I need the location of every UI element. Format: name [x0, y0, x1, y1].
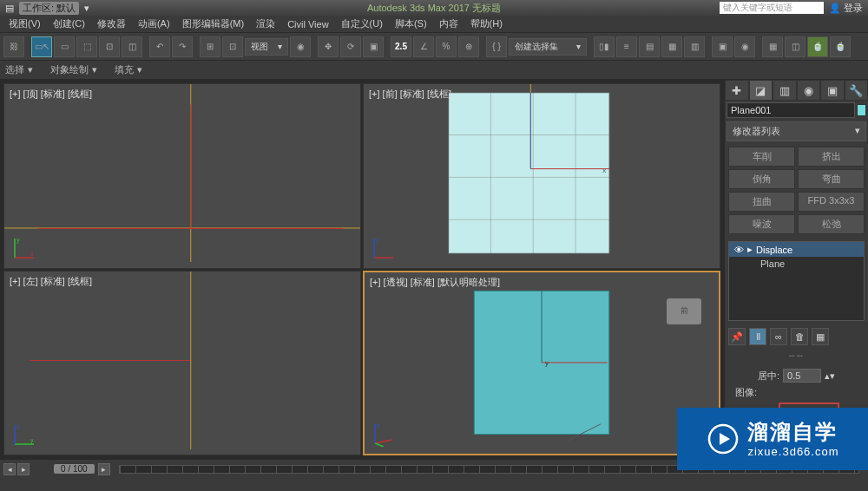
named-sel-icon[interactable]: { }	[486, 36, 507, 57]
menu-modifier[interactable]: 修改器	[97, 17, 126, 30]
mirror-icon[interactable]: ▯▮	[594, 36, 615, 57]
mod-chamfer[interactable]: 倒角	[728, 169, 795, 189]
menu-script[interactable]: 脚本(S)	[395, 17, 427, 30]
window-crossing-icon[interactable]: ⊡	[99, 36, 120, 57]
menu-content[interactable]: 内容	[439, 17, 458, 30]
workspace-dropdown[interactable]: 工作区: 默认	[19, 2, 79, 15]
viewport-perspective[interactable]: [+] [透视] [标准] [默认明暗处理] y 前 z	[363, 271, 720, 456]
coord-icon[interactable]: ◉	[290, 36, 311, 57]
menu-render[interactable]: 渲染	[256, 17, 275, 30]
viewport-top-label[interactable]: [+] [顶] [标准] [线框]	[10, 88, 92, 101]
mod-ffd[interactable]: FFD 3x3x3	[798, 192, 865, 212]
eye-icon[interactable]: 👁	[734, 245, 744, 255]
layers-icon[interactable]: ▤	[639, 36, 660, 57]
link-icon[interactable]: ⛓	[3, 36, 24, 57]
app-title: Autodesk 3ds Max 2017 无标题	[367, 2, 501, 15]
viewport-left-label[interactable]: [+] [左] [标准] [线框]	[10, 275, 92, 288]
schematic-icon[interactable]: ▣	[712, 36, 733, 57]
track-prev-icon[interactable]: ◂	[3, 463, 16, 475]
render-icon[interactable]: 🍵	[807, 36, 828, 57]
login-label[interactable]: 👤 登录	[829, 2, 863, 15]
select-name-icon[interactable]: ▭	[54, 36, 75, 57]
ribbon-select[interactable]: 选择 ▾	[5, 63, 33, 76]
mod-twist[interactable]: 扭曲	[728, 192, 795, 212]
tab-display[interactable]: ▣	[820, 80, 845, 101]
command-panel: ✚ ◪ ▥ ◉ ▣ 🔧 修改器列表▾ 车削 挤出 倒角 弯曲 扭曲 FFD 3x…	[724, 80, 868, 459]
lasso-icon[interactable]: ◫	[122, 36, 142, 57]
redo-icon[interactable]: ↷	[172, 36, 193, 57]
menu-animation[interactable]: 动画(A)	[138, 17, 170, 30]
curve-icon[interactable]: ▥	[684, 36, 705, 57]
freeze2-icon[interactable]: ⊡	[222, 36, 243, 57]
view-type-dropdown[interactable]: 视图▾	[245, 38, 288, 56]
center-spinner[interactable]: 0.5	[783, 369, 821, 383]
render-prod-icon[interactable]: 🍵	[830, 36, 851, 57]
move-icon[interactable]: ✥	[318, 36, 339, 57]
tab-utilities[interactable]: 🔧	[845, 80, 869, 101]
make-unique-icon[interactable]: ∞	[770, 328, 787, 345]
mod-relax[interactable]: 松弛	[798, 214, 865, 234]
select-icon[interactable]: ▭↖	[31, 36, 52, 57]
render-frame-icon[interactable]: ◫	[785, 36, 806, 57]
rect-select-icon[interactable]: ⬚	[76, 36, 97, 57]
svg-line-36	[375, 443, 384, 447]
pin-stack-icon[interactable]: 📌	[728, 328, 746, 345]
mod-extrude[interactable]: 挤出	[798, 147, 865, 167]
track-next-icon[interactable]: ▸	[17, 463, 30, 475]
play-logo-icon	[706, 422, 740, 456]
align-icon[interactable]: ≡	[616, 36, 637, 57]
modifier-list-dropdown[interactable]: 修改器列表▾	[727, 121, 866, 141]
snap-e-icon[interactable]: ⊕	[458, 36, 479, 57]
material-icon[interactable]: ◉	[734, 36, 755, 57]
center-label: 居中:	[758, 370, 779, 383]
snap-s-icon[interactable]: 2.5	[391, 36, 411, 57]
viewport-top[interactable]: [+] [顶] [标准] [线框] x y	[3, 83, 361, 269]
search-input[interactable]: 键入关键字或短语	[720, 2, 824, 14]
tab-create[interactable]: ✚	[725, 80, 749, 101]
stack-item-plane[interactable]: Plane	[729, 257, 864, 271]
modifier-stack[interactable]: 👁 ▸ Displace Plane	[728, 241, 865, 321]
rollout-grip[interactable]: ┄┄	[725, 349, 868, 363]
viewport-front[interactable]: [+] [前] [标准] [线框] z x z	[363, 83, 720, 269]
ribbon-objpaint[interactable]: 对象绘制 ▾	[50, 63, 97, 76]
mod-noise[interactable]: 噪波	[728, 214, 795, 234]
menu-create[interactable]: 创建(C)	[53, 17, 85, 30]
menu-civil[interactable]: Civil View	[287, 19, 328, 29]
time-slider[interactable]: 0 / 100	[54, 464, 95, 474]
undo-icon[interactable]: ↶	[149, 36, 170, 57]
tab-modify[interactable]: ◪	[749, 80, 773, 101]
mod-lathe[interactable]: 车削	[728, 147, 795, 167]
viewcube[interactable]: 前	[667, 298, 701, 324]
track-next2-icon[interactable]: ▸	[98, 463, 110, 475]
ribbon-fill[interactable]: 填充 ▾	[115, 63, 142, 76]
snap-p-icon[interactable]: %	[436, 36, 457, 57]
tab-motion[interactable]: ◉	[797, 80, 821, 101]
svg-text:z: z	[376, 237, 379, 243]
scale-icon[interactable]: ▣	[363, 36, 384, 57]
render-setup-icon[interactable]: ▦	[762, 36, 783, 57]
menu-help[interactable]: 帮助(H)	[470, 17, 503, 30]
menu-bar: 视图(V) 创建(C) 修改器 动画(A) 图形编辑器(M) 渲染 Civil …	[0, 16, 868, 33]
freeze-icon[interactable]: ⊞	[200, 36, 220, 57]
show-end-result-icon[interactable]: Ⅱ	[749, 328, 766, 345]
mod-bend[interactable]: 弯曲	[798, 169, 865, 189]
app-menu-icon[interactable]: ▤	[5, 3, 14, 14]
configure-sets-icon[interactable]: ▦	[812, 328, 829, 345]
rotate-icon[interactable]: ⟳	[340, 36, 361, 57]
menu-graph[interactable]: 图形编辑器(M)	[182, 17, 245, 30]
remove-mod-icon[interactable]: 🗑	[791, 328, 808, 345]
selection-set-dropdown[interactable]: 创建选择集▾	[509, 38, 587, 56]
snap-a-icon[interactable]: ∠	[413, 36, 434, 57]
viewport-front-label[interactable]: [+] [前] [标准] [线框]	[369, 88, 451, 101]
menu-customize[interactable]: 自定义(U)	[341, 17, 383, 30]
object-name-input[interactable]	[727, 102, 855, 118]
spinner-arrows-icon[interactable]: ▴▾	[825, 370, 835, 382]
tab-hierarchy[interactable]: ▥	[773, 80, 797, 101]
toggle-icon[interactable]: ▦	[661, 36, 682, 57]
viewport-persp-label[interactable]: [+] [透视] [标准] [默认明暗处理]	[370, 276, 500, 289]
menu-view[interactable]: 视图(V)	[9, 17, 41, 30]
viewport-left[interactable]: [+] [左] [标准] [线框] y z	[3, 271, 361, 456]
object-color-swatch[interactable]	[857, 104, 866, 116]
svg-text:z: z	[16, 423, 20, 429]
stack-item-displace[interactable]: 👁 ▸ Displace	[729, 242, 864, 257]
